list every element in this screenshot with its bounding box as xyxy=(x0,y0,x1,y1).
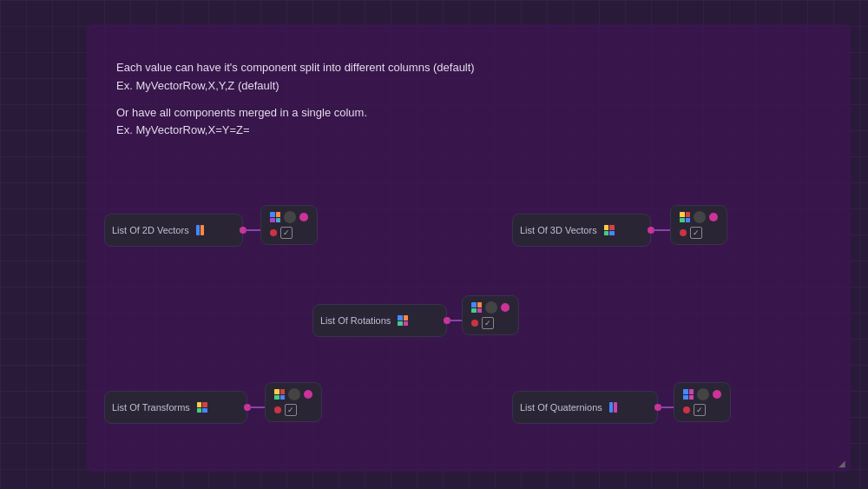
proc-3d-checkbox[interactable] xyxy=(690,227,702,239)
node-2d-vectors-label: List Of 2D Vectors xyxy=(112,225,189,235)
proc-2d-grid-icon xyxy=(270,212,280,222)
proc-rot-bottom xyxy=(471,317,510,329)
proc-3d-output xyxy=(709,213,718,221)
proc-2d-checkbox[interactable] xyxy=(280,227,293,239)
processor-transforms[interactable] xyxy=(265,382,322,422)
info-line4: Or have all components merged in a singl… xyxy=(116,104,821,122)
info-line2: Ex. MyVectorRow,X,Y,Z (default) xyxy=(116,77,821,96)
proc-rot-dot-mid xyxy=(485,301,497,314)
proc-2d-input-red xyxy=(270,229,277,236)
rotations-icon xyxy=(398,315,408,326)
node-transforms-label: List Of Transforms xyxy=(112,402,190,413)
node-2d-vectors[interactable]: List Of 2D Vectors xyxy=(104,214,243,247)
proc-2d-bottom xyxy=(270,227,308,239)
connector-2d-vectors xyxy=(245,229,262,231)
info-box: Each value can have it's component split… xyxy=(104,50,833,149)
node-quaternions[interactable]: List Of Quaternions xyxy=(512,391,658,424)
proc-trans-bottom xyxy=(274,404,312,416)
proc-rot-grid-icon xyxy=(471,302,482,313)
node-3d-vectors[interactable]: List Of 3D Vectors xyxy=(512,214,651,247)
proc-quat-output xyxy=(713,390,721,399)
proc-rot-checkbox[interactable] xyxy=(482,317,494,329)
proc-3d-dot-mid xyxy=(694,211,706,223)
proc-quat-dot-mid xyxy=(697,388,709,400)
info-line5: Ex. MyVectorRow,X=Y=Z= xyxy=(116,122,821,140)
node-rotations[interactable]: List Of Rotations xyxy=(312,304,447,337)
proc-quat-grid-icon xyxy=(683,389,694,400)
proc-trans-grid-icon xyxy=(274,389,285,400)
info-line1: Each value can have it's component split… xyxy=(116,59,821,77)
proc-trans-top xyxy=(274,388,312,400)
resize-handle[interactable]: ◢ xyxy=(838,459,845,468)
processor-rotations[interactable] xyxy=(462,295,519,335)
quaternions-icon xyxy=(609,402,617,413)
proc-trans-dot-mid xyxy=(288,388,300,400)
proc-trans-output xyxy=(304,390,312,399)
node-quaternions-label: List Of Quaternions xyxy=(520,402,602,413)
proc-3d-grid-icon xyxy=(680,212,690,222)
connector-transforms xyxy=(249,406,266,408)
2d-vectors-icon xyxy=(196,225,204,235)
processor-quaternions[interactable] xyxy=(674,382,731,422)
proc-quat-bottom xyxy=(683,404,721,416)
proc-rot-input-red xyxy=(471,320,478,327)
node-3d-vectors-label: List Of 3D Vectors xyxy=(520,225,597,235)
connector-3d-vectors xyxy=(653,229,672,231)
proc-3d-input-red xyxy=(680,229,687,236)
node-rotations-label: List Of Rotations xyxy=(320,315,391,326)
processor-3d-vectors[interactable] xyxy=(670,205,727,245)
proc-quat-top xyxy=(683,388,721,400)
transforms-icon xyxy=(197,402,207,413)
proc-2d-top xyxy=(270,211,308,223)
proc-rot-top xyxy=(471,301,510,314)
proc-2d-output xyxy=(299,213,308,221)
node-transforms[interactable]: List Of Transforms xyxy=(104,391,247,424)
proc-trans-checkbox[interactable] xyxy=(285,404,297,416)
proc-3d-bottom xyxy=(680,227,718,239)
proc-rot-output xyxy=(501,303,510,312)
processor-2d-vectors[interactable] xyxy=(260,205,318,245)
proc-trans-input-red xyxy=(274,406,281,413)
main-canvas: Each value can have it's component split… xyxy=(87,24,851,472)
proc-2d-dot-mid xyxy=(284,211,296,223)
proc-3d-top xyxy=(680,211,718,223)
3d-vectors-icon xyxy=(604,225,615,235)
proc-quat-input-red xyxy=(683,406,690,413)
proc-quat-checkbox[interactable] xyxy=(694,404,706,416)
